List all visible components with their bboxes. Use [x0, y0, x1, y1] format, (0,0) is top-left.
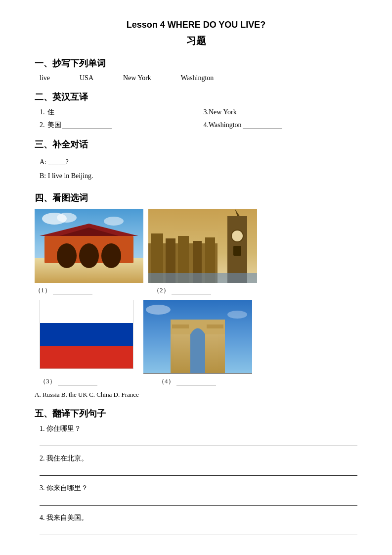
- translate-line-1: [40, 435, 357, 446]
- section5-title: 五、翻译下列句子: [35, 408, 357, 419]
- svg-point-10: [104, 217, 124, 226]
- svg-rect-30: [143, 373, 252, 374]
- svg-rect-21: [233, 246, 241, 256]
- caption-blank-2: [172, 286, 211, 294]
- image-beijing: [35, 209, 143, 283]
- image-arc: [143, 300, 252, 374]
- word-washington: Washington: [181, 74, 214, 82]
- svg-point-5: [57, 243, 77, 268]
- trans-item-1: 1. 住: [40, 108, 194, 117]
- svg-point-9: [57, 213, 77, 223]
- beijing-svg: [35, 209, 143, 283]
- trans-item-2: 2. 美国: [40, 121, 194, 130]
- translate-section: 1. 你住哪里？ 2. 我住在北京。 3. 你来自哪里？ 4. 我来自美国。: [40, 424, 357, 535]
- translate-item-4: 4. 我来自美国。: [40, 513, 357, 535]
- svg-rect-29: [207, 324, 223, 328]
- caption-label-1: （1）: [35, 286, 51, 295]
- caption-label-4: （4）: [158, 377, 174, 386]
- word-usa: USA: [80, 74, 93, 82]
- top-images-row: [35, 209, 357, 283]
- svg-point-19: [231, 230, 243, 242]
- translate-line-4: [40, 524, 357, 535]
- dialog-line-a: A: _____?: [40, 155, 357, 169]
- trans-num-3: 3.New York: [204, 108, 237, 116]
- section2-title: 二、英汉互译: [35, 91, 357, 103]
- trans-num-2: 2.: [40, 121, 45, 129]
- trans-line-1: [55, 108, 105, 116]
- translate-text-2: 2. 我住在北京。: [40, 455, 88, 462]
- translate-text-3: 3. 你来自哪里？: [40, 484, 88, 492]
- word-newyork: New York: [123, 74, 151, 82]
- translate-text-4: 4. 我来自美国。: [40, 514, 88, 521]
- caption-1: （1）: [35, 286, 143, 295]
- caption-blank-1: [53, 286, 92, 294]
- svg-point-31: [146, 305, 171, 315]
- section1-title: 一、抄写下列单词: [35, 57, 357, 69]
- translate-item-1: 1. 你住哪里？: [40, 424, 357, 446]
- caption-3: （3）: [40, 377, 148, 386]
- words-row: live USA New York Washington: [40, 74, 357, 82]
- caption-label-3: （3）: [40, 377, 56, 386]
- image-westminster: [148, 209, 257, 283]
- options-row: A. Russia B. the UK C. China D. France: [35, 391, 357, 399]
- translation-grid: 1. 住 3.New York 2. 美国 4.Washington: [40, 108, 357, 130]
- trans-num-4: 4.Washington: [204, 121, 242, 129]
- translate-line-3: [40, 495, 357, 506]
- flag-blue-stripe: [40, 323, 133, 346]
- trans-cn-2: 美国: [46, 121, 62, 130]
- dialog-section: A: _____? B: I live in Beijing.: [40, 155, 357, 183]
- caption-2: （2）: [153, 286, 262, 295]
- translate-item-2: 2. 我住在北京。: [40, 454, 357, 476]
- section3-title: 三、补全对话: [35, 139, 357, 150]
- sub-title: 习题: [35, 34, 357, 47]
- trans-num-1: 1.: [40, 108, 45, 116]
- flag-white-stripe: [40, 300, 133, 323]
- second-images-row: [35, 300, 357, 374]
- svg-point-6: [79, 243, 99, 268]
- trans-line-4: [243, 121, 282, 129]
- flag-red-stripe: [40, 346, 133, 369]
- trans-item-4: 4.Washington: [204, 121, 358, 130]
- caption-blank-3: [58, 377, 97, 385]
- arc-svg: [143, 300, 252, 374]
- svg-rect-27: [190, 334, 205, 374]
- main-title: Lesson 4 WHERE DO YOU LIVE?: [35, 20, 357, 30]
- trans-cn-1: 住: [46, 108, 55, 117]
- translate-line-2: [40, 465, 357, 476]
- section4-title: 四、看图选词: [35, 192, 357, 204]
- svg-point-32: [227, 311, 247, 319]
- caption-blank-4: [176, 377, 216, 385]
- trans-item-3: 3.New York: [204, 108, 358, 117]
- svg-rect-22: [148, 273, 257, 283]
- dialog-line-b: B: I live in Beijing.: [40, 169, 357, 183]
- caption-row-1: （1） （2）: [35, 286, 357, 295]
- translate-item-3: 3. 你来自哪里？: [40, 484, 357, 506]
- svg-point-7: [101, 243, 121, 268]
- caption-4: （4）: [158, 377, 267, 386]
- russia-flag-container: [40, 300, 133, 369]
- svg-rect-28: [172, 324, 189, 328]
- translate-text-1: 1. 你住哪里？: [40, 425, 81, 432]
- caption-label-2: （2）: [153, 286, 170, 295]
- trans-line-3: [238, 108, 287, 116]
- caption-row-2: （3） （4）: [35, 377, 357, 386]
- trans-line-2: [62, 121, 112, 129]
- word-live: live: [40, 74, 50, 82]
- westminster-svg: [148, 209, 257, 283]
